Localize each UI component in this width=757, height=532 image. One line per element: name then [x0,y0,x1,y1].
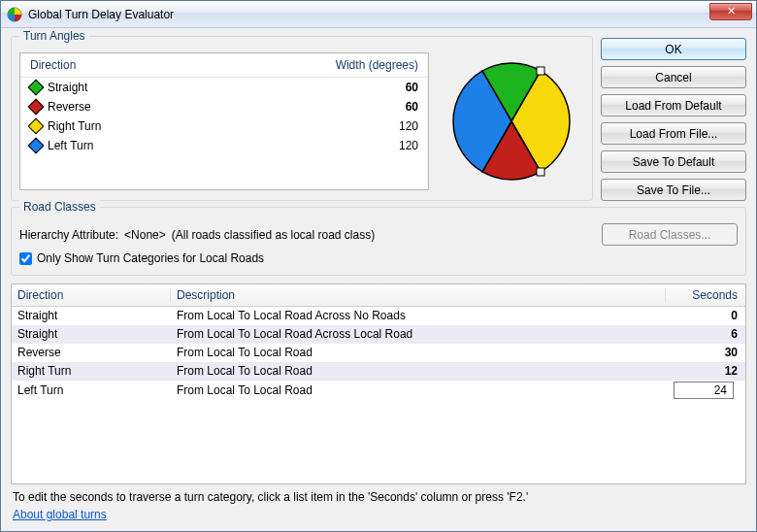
diamond-icon [28,118,45,135]
cell-description: From Local To Local Road Across Local Ro… [171,327,666,341]
hierarchy-value: <None> [124,228,166,242]
turn-angles-list[interactable]: Direction Width (degrees) Straight 60 [19,52,429,190]
angle-value: 60 [312,81,418,94]
diamond-icon [28,80,45,96]
col-description: Description [171,288,666,302]
angle-row-straight[interactable]: Straight 60 [20,78,428,97]
cell-direction: Straight [12,309,171,322]
about-link[interactable]: About global turns [11,506,746,527]
seconds-edit-value: 24 [714,383,727,397]
grid-row[interactable]: Straight From Local To Local Road Across… [12,307,745,325]
road-classes-title: Road Classes [19,200,100,214]
close-icon: ✕ [727,5,736,17]
angle-label: Straight [48,81,87,94]
angle-row-reverse[interactable]: Reverse 60 [20,97,428,116]
hint-text: To edit the seconds to traverse a turn c… [11,484,746,506]
cell-direction: Straight [12,327,171,341]
categories-grid[interactable]: Direction Description Seconds Straight F… [11,283,746,484]
dialog-body: Turn Angles Direction Width (degrees) St… [1,28,756,531]
only-local-label: Only Show Turn Categories for Local Road… [37,251,264,265]
cancel-button[interactable]: Cancel [601,66,746,88]
top-row: Turn Angles Direction Width (degrees) St… [11,36,746,201]
cell-direction: Right Turn [12,364,171,378]
col-width: Width (degrees) [312,58,418,72]
only-local-checkbox-row[interactable]: Only Show Turn Categories for Local Road… [19,251,738,265]
svg-rect-1 [537,67,544,75]
titlebar: Global Turn Delay Evaluator ✕ [1,1,756,28]
angle-value: 60 [312,100,418,114]
cell-direction: Reverse [12,346,171,359]
angle-value: 120 [312,139,418,152]
turn-angles-group: Turn Angles Direction Width (degrees) St… [11,36,593,201]
angle-value: 120 [312,119,418,133]
road-classes-row: Hierarchy Attribute: <None> (All roads c… [19,223,738,246]
cell-seconds[interactable]: 12 [666,364,745,378]
cell-seconds-editing[interactable]: 24 [666,382,745,398]
grid-row[interactable]: Left Turn From Local To Local Road 24 [12,381,745,401]
angle-label: Right Turn [48,119,101,133]
cell-seconds[interactable]: 6 [666,327,745,341]
road-classes-button: Road Classes... [602,223,738,246]
cell-seconds[interactable]: 0 [666,309,745,322]
cell-description: From Local To Local Road Across No Roads [171,309,666,322]
cell-description: From Local To Local Road [171,383,666,397]
road-classes-group: Road Classes Hierarchy Attribute: <None>… [11,207,746,276]
grid-row[interactable]: Straight From Local To Local Road Across… [12,325,745,344]
load-file-button[interactable]: Load From File... [601,122,746,145]
turn-angles-pie[interactable] [439,52,584,190]
col-direction: Direction [30,58,312,72]
grid-row[interactable]: Reverse From Local To Local Road 30 [12,344,745,362]
dialog-window: Global Turn Delay Evaluator ✕ Turn Angle… [0,0,757,532]
diamond-icon [28,138,45,154]
col-direction: Direction [12,288,171,302]
grid-row[interactable]: Right Turn From Local To Local Road 12 [12,362,745,381]
categories-grid-wrap: Direction Description Seconds Straight F… [11,283,746,484]
diamond-icon [28,99,45,116]
col-seconds: Seconds [666,288,745,302]
angle-label: Left Turn [48,139,93,152]
app-icon [7,7,22,22]
only-local-checkbox[interactable] [19,252,32,265]
cell-description: From Local To Local Road [171,346,666,359]
ok-button[interactable]: OK [601,38,746,60]
window-title: Global Turn Delay Evaluator [28,8,709,21]
cell-direction: Left Turn [12,383,171,397]
pie-chart-icon [448,58,575,184]
load-default-button[interactable]: Load From Default [601,94,746,116]
turn-angles-header: Direction Width (degrees) [20,53,428,78]
close-button[interactable]: ✕ [709,3,752,20]
angle-label: Reverse [48,100,91,114]
angle-row-right[interactable]: Right Turn 120 [20,116,428,136]
save-default-button[interactable]: Save To Default [601,150,746,173]
save-file-button[interactable]: Save To File... [601,179,746,201]
angle-row-left[interactable]: Left Turn 120 [20,136,428,155]
cell-seconds[interactable]: 30 [666,346,745,359]
hierarchy-suffix: (All roads classified as local road clas… [172,228,375,242]
turn-angles-title: Turn Angles [19,29,89,43]
grid-header: Direction Description Seconds [12,284,745,307]
seconds-edit-input[interactable]: 24 [674,382,734,399]
hierarchy-label: Hierarchy Attribute: [19,228,118,242]
svg-rect-2 [537,168,544,176]
button-sidebar: OK Cancel Load From Default Load From Fi… [601,36,746,201]
cell-description: From Local To Local Road [171,364,666,378]
